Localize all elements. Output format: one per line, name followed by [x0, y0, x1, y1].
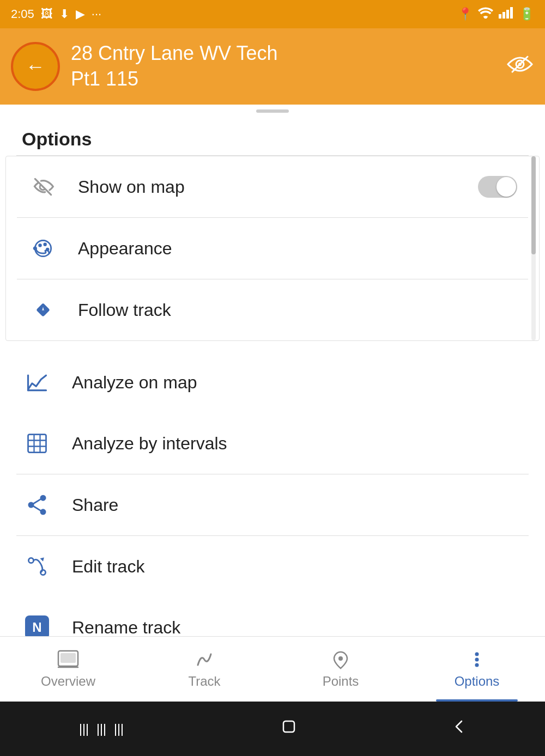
svg-point-21 [40, 509, 46, 515]
photo-icon: 🖼 [41, 7, 53, 21]
download-icon: ⬇ [59, 7, 69, 21]
svg-rect-1 [502, 12, 505, 19]
nav-points[interactable]: Points [272, 637, 409, 702]
edit-track-label: Edit track [72, 557, 523, 577]
follow-track-item[interactable]: Follow track [6, 279, 539, 340]
wifi-icon [478, 7, 493, 22]
overview-label: Overview [41, 674, 95, 689]
status-left: 2:05 🖼 ⬇ ▶ ··· [11, 7, 101, 21]
follow-track-label: Follow track [78, 300, 517, 320]
signal-icon [499, 7, 514, 22]
eye-icon[interactable] [506, 53, 534, 80]
show-on-map-item[interactable]: Show on map [6, 156, 539, 217]
share-icon [22, 490, 52, 520]
bottom-nav: Overview Track Points Options [0, 636, 545, 702]
svg-rect-0 [499, 14, 501, 19]
youtube-icon: ▶ [76, 7, 85, 21]
show-on-map-toggle[interactable] [478, 176, 517, 198]
svg-rect-14 [28, 435, 46, 453]
analyze-on-map-label: Analyze on map [72, 373, 523, 393]
analyze-by-intervals-item[interactable]: Analyze by intervals [0, 413, 545, 474]
svg-rect-3 [510, 7, 513, 19]
edit-track-text: Edit track [72, 557, 523, 577]
location-icon: 📍 [458, 7, 473, 21]
analyze-section: Analyze on map Analyze by intervals [0, 352, 545, 474]
rename-track-label: Rename track [72, 618, 523, 638]
app-header: ← 28 Cntry Lane WV TechPt1 115 [0, 28, 545, 105]
svg-line-22 [34, 499, 40, 503]
options-section-header: Options [0, 118, 545, 155]
svg-rect-30 [60, 653, 76, 663]
rename-track-text: Rename track [72, 618, 523, 638]
status-right: 📍 🔋 [458, 7, 534, 22]
svg-rect-36 [283, 721, 294, 732]
back-button[interactable]: ← [11, 42, 60, 91]
share-label: Share [72, 495, 523, 515]
status-bar: 2:05 🖼 ⬇ ▶ ··· 📍 🔋 [0, 0, 545, 28]
status-time: 2:05 [11, 7, 34, 21]
svg-point-19 [40, 495, 46, 501]
home-button[interactable] [279, 717, 299, 741]
drag-handle [0, 105, 545, 118]
svg-point-34 [475, 657, 479, 661]
header-title: 28 Cntry Lane WV TechPt1 115 [71, 41, 495, 92]
svg-point-33 [475, 652, 479, 656]
appearance-text: Appearance [78, 239, 517, 259]
share-item[interactable]: Share [0, 474, 545, 535]
back-arrow-icon: ← [26, 57, 45, 76]
options-label: Options [455, 674, 500, 689]
analyze-on-map-item[interactable]: Analyze on map [0, 352, 545, 413]
back-system-button[interactable] [450, 717, 469, 741]
show-on-map-label: Show on map [78, 177, 458, 197]
share-text: Share [72, 495, 523, 515]
palette-icon [28, 233, 58, 264]
appearance-item[interactable]: Appearance [6, 218, 539, 279]
svg-rect-2 [506, 10, 509, 19]
scrollbar[interactable] [531, 156, 536, 340]
recents-button[interactable]: ⫼⫼⫼ [76, 719, 128, 739]
points-label: Points [323, 674, 359, 689]
battery-icon: 🔋 [519, 7, 534, 21]
analyze-on-map-text: Analyze on map [72, 373, 523, 393]
system-nav-bar: ⫼⫼⫼ [0, 702, 545, 756]
svg-point-9 [43, 242, 46, 246]
eye-slash-icon [28, 172, 58, 202]
show-on-map-text: Show on map [78, 177, 458, 197]
edit-icon [22, 551, 52, 582]
svg-point-35 [475, 663, 479, 667]
options-icon [466, 650, 488, 669]
options-title: Options [22, 129, 92, 149]
more-icon: ··· [92, 7, 101, 21]
appearance-label: Appearance [78, 239, 517, 259]
track-label: Track [188, 674, 220, 689]
chart-icon [22, 367, 52, 398]
svg-point-32 [338, 656, 343, 661]
navigation-icon [28, 295, 58, 325]
points-icon [330, 650, 352, 669]
analyze-by-intervals-text: Analyze by intervals [72, 434, 523, 454]
svg-line-23 [34, 507, 40, 510]
follow-track-text: Follow track [78, 300, 517, 320]
svg-point-20 [28, 502, 34, 508]
svg-point-8 [38, 243, 41, 247]
nav-options[interactable]: Options [409, 637, 545, 702]
overview-icon [57, 650, 79, 669]
edit-track-item[interactable]: Edit track [0, 536, 545, 597]
track-icon [193, 650, 215, 669]
grid-icon [22, 428, 52, 459]
nav-track[interactable]: Track [136, 637, 272, 702]
analyze-by-intervals-label: Analyze by intervals [72, 434, 523, 454]
nav-overview[interactable]: Overview [0, 637, 136, 702]
